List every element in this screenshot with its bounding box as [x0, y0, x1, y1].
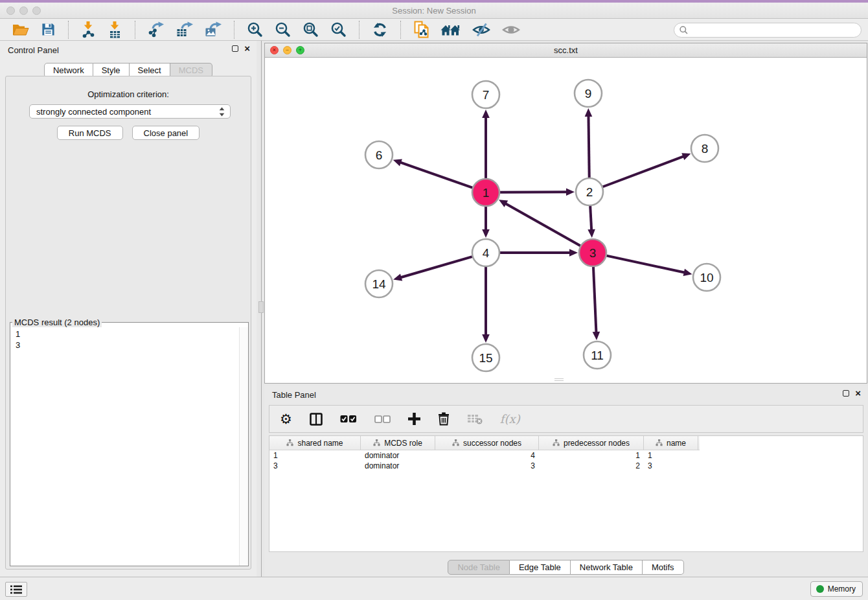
graph-edge-4-14[interactable]: [400, 257, 472, 278]
window-title: Session: New Session: [0, 3, 868, 19]
float-table-panel-icon[interactable]: [843, 390, 849, 397]
graph-edge-arrowhead: [393, 273, 402, 281]
graph-edge-3-1[interactable]: [505, 203, 580, 246]
graph-node-label: 11: [591, 349, 604, 362]
mcds-result-item: 1: [16, 329, 248, 340]
table-cell: 1: [269, 450, 361, 461]
zoom-fit-button[interactable]: [303, 20, 319, 40]
export-network-button[interactable]: [148, 20, 165, 40]
application-window: Session: New Session: [0, 0, 868, 600]
delete-table-button[interactable]: [467, 413, 483, 424]
graph-edge-2-3[interactable]: [590, 206, 591, 231]
graph-edge-3-11[interactable]: [593, 267, 597, 334]
show-all-button[interactable]: [502, 20, 520, 40]
eye-slash-icon: [472, 23, 490, 37]
clone-network-button[interactable]: [413, 20, 429, 40]
column-header-successor-nodes[interactable]: successor nodes: [435, 436, 539, 450]
search-input[interactable]: [691, 26, 856, 35]
search-box[interactable]: [674, 23, 862, 38]
network-window-titlebar[interactable]: × − + scc.txt: [265, 43, 867, 58]
table-row[interactable]: 3dominator323: [269, 461, 863, 471]
tab-network-table[interactable]: Network Table: [571, 560, 643, 575]
first-neighbors-button[interactable]: [440, 20, 461, 40]
graph-node-label: 4: [483, 246, 490, 260]
toolbar-separator: [359, 21, 360, 39]
delete-table-icon: [467, 413, 483, 424]
network-window-controls: × − +: [270, 46, 304, 54]
task-history-button[interactable]: [5, 582, 27, 597]
graph-edge-2-8[interactable]: [603, 156, 685, 187]
column-header-MCDS-role[interactable]: MCDS role: [361, 436, 435, 450]
table-row[interactable]: 1dominator411: [269, 450, 863, 461]
graph-node-label: 8: [702, 142, 709, 156]
canvas-resize-grip[interactable]: [554, 378, 564, 382]
refresh-button[interactable]: [372, 20, 388, 40]
list-icon: [10, 585, 22, 594]
splitter-grip[interactable]: [258, 301, 264, 313]
close-panel-icon[interactable]: ×: [244, 45, 250, 52]
zoom-out-icon: [275, 21, 291, 38]
minimize-network-button[interactable]: −: [283, 46, 291, 54]
mcds-result-box: MCDS result (2 nodes) 13: [10, 317, 249, 566]
import-network-button[interactable]: [81, 20, 96, 40]
function-builder-button[interactable]: f(x): [500, 412, 520, 426]
panel-splitter[interactable]: [257, 41, 264, 577]
close-table-panel-icon[interactable]: ×: [855, 389, 861, 397]
graph-edge-2-9[interactable]: [588, 115, 589, 178]
select-all-button[interactable]: [340, 415, 357, 423]
export-table-button[interactable]: [176, 20, 193, 40]
graph-edge-arrowhead: [482, 110, 490, 118]
graph-edge-arrowhead: [588, 229, 595, 238]
tab-edge-table[interactable]: Edge Table: [510, 560, 571, 575]
table-settings-button[interactable]: ⚙: [280, 413, 292, 426]
float-panel-icon[interactable]: [232, 45, 238, 52]
criterion-select[interactable]: strongly connected component: [29, 104, 231, 119]
close-window-button[interactable]: [6, 6, 15, 15]
split-view-button[interactable]: [310, 413, 323, 426]
import-network-icon: [81, 21, 96, 38]
maximize-window-button[interactable]: [32, 6, 41, 15]
column-header-predecessor-nodes[interactable]: predecessor nodes: [539, 436, 644, 450]
window-controls: [6, 6, 41, 15]
add-column-button[interactable]: [408, 413, 420, 425]
column-type-icon: [286, 439, 293, 446]
mcds-result-item: 3: [16, 340, 248, 351]
table-body: 1dominator4113dominator323: [269, 450, 863, 471]
graph-edge-1-6[interactable]: [399, 162, 472, 188]
export-image-button[interactable]: [205, 20, 222, 40]
trash-icon: [438, 412, 450, 426]
memory-button[interactable]: Memory: [810, 581, 863, 597]
clone-network-icon: [413, 21, 429, 38]
graph-edge-3-10[interactable]: [607, 256, 686, 273]
run-mcds-button[interactable]: Run MCDS: [57, 126, 123, 140]
save-session-button[interactable]: [41, 20, 56, 40]
zoom-in-icon: [247, 21, 263, 38]
graph-edge-1-2[interactable]: [500, 192, 568, 192]
graph-node-label: 9: [585, 87, 592, 100]
zoom-out-button[interactable]: [275, 20, 291, 40]
hide-selected-button[interactable]: [472, 20, 490, 40]
table-cell: 3: [435, 461, 539, 471]
close-panel-button[interactable]: Close panel: [132, 126, 200, 140]
deselect-all-button[interactable]: [374, 415, 391, 423]
zoom-in-button[interactable]: [247, 20, 263, 40]
column-header-shared-name[interactable]: shared name: [269, 436, 361, 450]
import-table-button[interactable]: [108, 20, 122, 40]
memory-label: Memory: [828, 584, 856, 594]
zoom-selected-button[interactable]: [330, 20, 347, 40]
delete-column-button[interactable]: [438, 412, 450, 426]
network-canvas[interactable]: 7968124314101511: [265, 58, 867, 383]
result-scrollbar[interactable]: [239, 327, 248, 566]
network-window-title: scc.txt: [265, 43, 867, 58]
column-header-name[interactable]: name: [644, 436, 698, 450]
open-folder-icon: [12, 22, 29, 37]
mcds-result-title: MCDS result (2 nodes): [12, 317, 102, 327]
open-session-button[interactable]: [12, 20, 29, 40]
minimize-window-button[interactable]: [19, 6, 28, 15]
maximize-network-button[interactable]: +: [296, 46, 304, 54]
export-table-icon: [176, 21, 193, 38]
tab-motifs[interactable]: Motifs: [643, 560, 684, 575]
tab-node-table[interactable]: Node Table: [448, 560, 510, 575]
table-cell: dominator: [361, 461, 435, 471]
close-network-button[interactable]: ×: [270, 46, 279, 54]
